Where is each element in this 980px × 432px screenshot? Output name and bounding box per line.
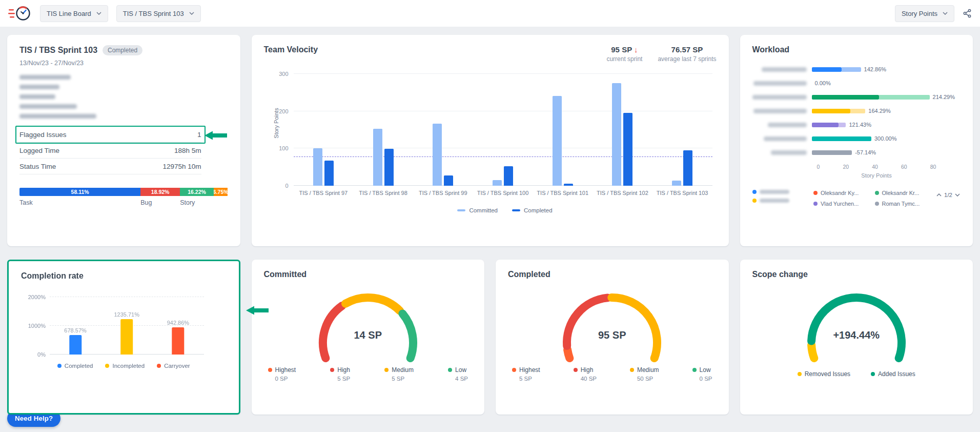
bar-group — [493, 166, 513, 186]
gridline: 100 — [294, 148, 712, 148]
completed-bar — [444, 175, 453, 186]
gauge-segment — [567, 350, 569, 358]
chevron-up-icon[interactable] — [936, 193, 942, 197]
redacted-assignee-name — [771, 150, 807, 155]
workload-bar-track: 214.29% — [812, 95, 931, 100]
completion-rate-title: Completion rate — [21, 271, 84, 280]
completion-rate-chart: 0%1000%2000%678.57%1235.71%942.86% — [50, 297, 204, 355]
bar-group: 942.86% — [167, 320, 189, 355]
committed-legend: Highest0 SPHigh5 SPMedium5 SPLow4 SP — [264, 366, 473, 382]
annotation-arrow-icon — [246, 305, 269, 316]
legend-dot — [752, 199, 757, 203]
workload-legend: Oleksandr Ky...Vlad Yurchen... Oleksandr… — [752, 190, 961, 207]
committed-bar — [433, 124, 442, 186]
sprint-stats-table: Flagged Issues1Logged Time188h 5mStatus … — [19, 127, 201, 174]
assignee-name-cell — [752, 109, 812, 113]
legend-marker — [512, 209, 520, 211]
bar-group — [612, 83, 632, 186]
bar-value-label: 678.57% — [64, 327, 86, 333]
legend-label: Medium — [392, 366, 414, 374]
y-tick-label: 0 — [285, 183, 288, 189]
workload-bar-track: 0.00% — [812, 81, 931, 86]
legend-label: Carryover — [164, 363, 190, 369]
distribution-label: Story — [180, 199, 195, 206]
legend-item: Low4 SP — [448, 366, 468, 382]
workload-percent-label: 300.00% — [874, 135, 896, 142]
bar-group — [373, 129, 394, 186]
assignee-name-cell — [752, 67, 812, 72]
workload-chart: 142.86%0.00%214.29%164.29%121.43%300.00%… — [752, 63, 961, 160]
legend-item: Medium50 SP — [630, 366, 659, 382]
completion-rate-legend: CompletedIncompletedCarryover — [21, 363, 227, 369]
completed-bar — [504, 166, 513, 186]
y-tick-label: 200 — [279, 108, 288, 114]
workload-bar-track: -57.14% — [812, 150, 931, 155]
workload-card: Workload 142.86%0.00%214.29%164.29%121.4… — [740, 35, 973, 246]
legend-label: Roman Tymc... — [882, 201, 920, 207]
workload-row: 300.00% — [752, 132, 961, 146]
legend-dot — [448, 368, 452, 372]
y-tick-label: 2000% — [28, 294, 46, 300]
sprint-select[interactable]: TIS / TBS Sprint 103 — [116, 5, 201, 22]
legend-label-row: Low — [448, 366, 468, 374]
legend-label: Medium — [637, 366, 659, 374]
share-icon[interactable] — [963, 9, 972, 18]
y-axis-label: Story Points — [273, 108, 279, 138]
legend-label: Oleksandr Ky... — [821, 190, 859, 196]
average-line — [294, 156, 712, 157]
stat-value: 188h 5m — [174, 147, 201, 154]
stat-label: Status Time — [19, 163, 56, 170]
stat-label: Logged Time — [19, 147, 59, 154]
redacted-assignee-name — [753, 109, 807, 113]
completed-title: Completed — [508, 270, 550, 279]
gauge-segment — [811, 345, 814, 358]
x-tick-label: TIS / TBS Sprint 97 — [299, 190, 348, 196]
legend-dot — [692, 368, 697, 372]
completed-bar — [564, 184, 573, 186]
bar-group — [672, 150, 692, 186]
workload-percent-label: 164.29% — [868, 108, 890, 114]
legend-label-row: Medium — [384, 366, 414, 374]
distribution-label: Task — [19, 199, 33, 206]
workload-row: 214.29% — [752, 90, 961, 104]
x-tick-label: 40 — [872, 164, 878, 170]
legend-item: High5 SP — [330, 366, 350, 382]
redacted-line — [19, 85, 59, 89]
completed-bar — [324, 161, 334, 186]
legend-item: Vlad Yurchen... — [813, 201, 875, 207]
workload-bar-light — [842, 67, 861, 72]
legend-item: Medium5 SP — [384, 366, 414, 382]
legend-dot — [105, 364, 109, 368]
unit-select[interactable]: Story Points — [895, 5, 954, 22]
y-tick-label: 1000% — [28, 323, 46, 329]
sprint-summary-card: TIS / TBS Sprint 103 Completed 13/Nov/23… — [7, 35, 240, 246]
x-tick-label: TIS / TBS Sprint 99 — [419, 190, 467, 196]
distribution-percent: 16.22% — [188, 189, 206, 195]
distribution-segment: 16.22% — [180, 188, 214, 196]
legend-label: Completed — [65, 363, 93, 369]
redacted-assignee-name — [753, 81, 807, 86]
committed-gauge: 14 SP — [301, 282, 435, 363]
legend-value: 50 SP — [630, 376, 659, 382]
legend-label-row: Highest — [512, 366, 540, 374]
legend-item: Carryover — [157, 363, 190, 369]
distribution-segment: 58.11% — [19, 188, 140, 196]
sprint-select-value: TIS / TBS Sprint 103 — [123, 10, 184, 17]
team-velocity-card: Team Velocity 95 SP ↓ current sprint 76.… — [252, 35, 729, 246]
workload-percent-label: -57.14% — [855, 149, 876, 155]
legend-value: 5 SP — [330, 376, 350, 382]
team-velocity-chart: Story Points 0100200300 TIS / TBS Sprint… — [264, 74, 717, 213]
legend-dot — [512, 368, 516, 372]
legend-label-row: Highest — [268, 366, 296, 374]
redacted-legend-name — [760, 199, 789, 203]
bar-value-label: 1235.71% — [114, 311, 139, 318]
board-select[interactable]: TIS Line Board — [40, 5, 108, 22]
redacted-assignee-name — [762, 67, 807, 72]
assignee-name-cell — [752, 81, 812, 86]
team-velocity-title: Team Velocity — [264, 45, 318, 54]
scope-change-value: +194.44% — [790, 329, 923, 341]
legend-label-row: Low — [692, 366, 712, 374]
chevron-down-icon[interactable] — [954, 193, 961, 197]
legend-item: Roman Tymc... — [875, 201, 936, 207]
legend-label: Completed — [524, 207, 553, 213]
